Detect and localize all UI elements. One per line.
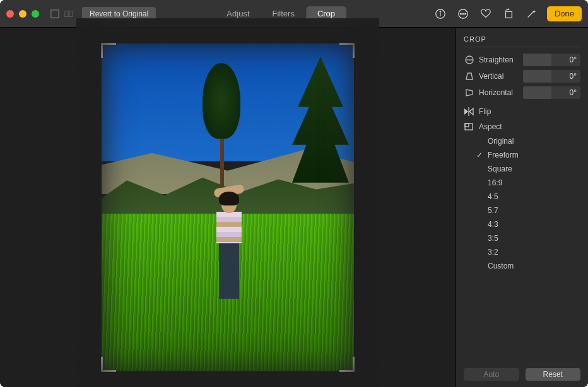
flip-icon bbox=[464, 107, 474, 117]
vertical-value: 0° bbox=[570, 72, 577, 81]
aspect-4-5[interactable]: 4:5 bbox=[479, 192, 580, 201]
straighten-value: 0° bbox=[570, 55, 577, 64]
aspect-16-9[interactable]: 16:9 bbox=[479, 178, 580, 187]
horizontal-value: 0° bbox=[570, 88, 577, 97]
svg-rect-2 bbox=[69, 11, 73, 16]
photos-edit-window: Revert to Original Adjust Filters Crop D… bbox=[0, 0, 588, 387]
photo-crop-stage[interactable] bbox=[102, 43, 354, 371]
svg-rect-0 bbox=[51, 9, 59, 17]
aspect-3-5[interactable]: 3:5 bbox=[479, 234, 580, 243]
vertical-icon bbox=[464, 71, 475, 81]
svg-point-7 bbox=[460, 13, 461, 14]
photo-preview bbox=[102, 43, 354, 371]
straighten-label: Straighten bbox=[479, 55, 519, 64]
aspect-square[interactable]: Square bbox=[479, 165, 580, 173]
auto-enhance-icon[interactable] bbox=[524, 7, 538, 21]
aspect-label: Aspect bbox=[479, 122, 502, 131]
straighten-slider[interactable]: 0° bbox=[523, 54, 580, 66]
tab-adjust[interactable]: Adjust bbox=[215, 6, 261, 21]
svg-point-5 bbox=[440, 11, 440, 11]
sidebar-footer: Auto Reset bbox=[464, 368, 580, 381]
reset-button[interactable]: Reset bbox=[526, 368, 581, 381]
vertical-row: Vertical 0° bbox=[464, 70, 580, 83]
aspect-list: Original Freeform Square 16:9 4:5 5:7 4:… bbox=[479, 137, 580, 270]
flip-button[interactable]: Flip bbox=[464, 107, 580, 117]
horizontal-icon bbox=[464, 88, 475, 98]
vertical-label: Vertical bbox=[479, 72, 519, 81]
close-window-button[interactable] bbox=[6, 10, 14, 18]
single-view-icon[interactable] bbox=[48, 7, 62, 21]
straighten-row: Straighten 0° bbox=[464, 54, 580, 66]
crop-sidebar: CROP Straighten 0° Vertical 0° Horizonta… bbox=[456, 28, 588, 387]
favorite-icon[interactable] bbox=[479, 7, 493, 21]
svg-point-9 bbox=[465, 13, 466, 14]
rotate-icon[interactable] bbox=[502, 7, 515, 21]
aspect-header: Aspect bbox=[464, 122, 580, 132]
aspect-4-3[interactable]: 4:3 bbox=[479, 220, 580, 229]
svg-rect-10 bbox=[505, 11, 512, 18]
titlebar: Revert to Original Adjust Filters Crop D… bbox=[0, 0, 588, 28]
svg-marker-15 bbox=[464, 108, 468, 115]
window-controls bbox=[6, 10, 39, 18]
sidebar-title: CROP bbox=[464, 35, 580, 43]
svg-marker-16 bbox=[469, 108, 473, 115]
tab-filters[interactable]: Filters bbox=[261, 6, 306, 21]
horizontal-row: Horizontal 0° bbox=[464, 86, 580, 99]
flip-label: Flip bbox=[479, 107, 491, 116]
svg-rect-18 bbox=[465, 124, 469, 127]
aspect-3-2[interactable]: 3:2 bbox=[479, 248, 580, 257]
done-button[interactable]: Done bbox=[547, 6, 582, 21]
horizontal-slider[interactable]: 0° bbox=[523, 86, 580, 99]
aspect-icon bbox=[464, 122, 474, 132]
vertical-slider[interactable]: 0° bbox=[523, 70, 580, 83]
right-toolbar: Done bbox=[433, 6, 582, 21]
zoom-window-button[interactable] bbox=[32, 10, 39, 18]
aspect-freeform[interactable]: Freeform bbox=[479, 151, 580, 159]
view-toggle bbox=[48, 7, 76, 21]
aspect-custom[interactable]: Custom bbox=[479, 262, 580, 270]
svg-point-8 bbox=[462, 13, 464, 14]
auto-button[interactable]: Auto bbox=[464, 368, 519, 381]
horizontal-label: Horizontal bbox=[479, 88, 519, 97]
revert-to-original-button[interactable]: Revert to Original bbox=[82, 7, 156, 21]
compare-view-icon[interactable] bbox=[62, 7, 76, 21]
aspect-original[interactable]: Original bbox=[479, 137, 580, 146]
edit-mode-segment: Adjust Filters Crop bbox=[215, 6, 346, 21]
divider bbox=[464, 47, 580, 47]
svg-marker-13 bbox=[466, 73, 473, 79]
svg-marker-14 bbox=[466, 90, 473, 96]
minimize-window-button[interactable] bbox=[19, 10, 26, 18]
info-icon[interactable] bbox=[433, 7, 447, 21]
more-icon[interactable] bbox=[456, 7, 470, 21]
straighten-icon bbox=[464, 55, 475, 65]
tab-crop[interactable]: Crop bbox=[306, 6, 346, 21]
aspect-5-7[interactable]: 5:7 bbox=[479, 206, 580, 215]
canvas-area bbox=[0, 28, 456, 387]
svg-rect-1 bbox=[65, 11, 68, 16]
